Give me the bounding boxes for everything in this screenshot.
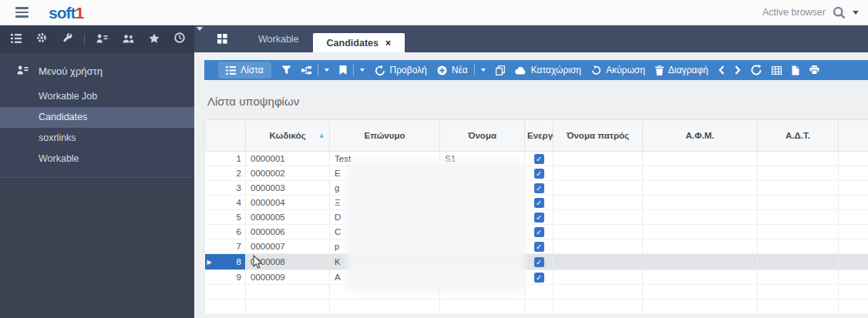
cell-adt[interactable] [758,270,839,285]
table-row[interactable]: 40000004Ξ✓ [205,196,868,210]
dropdown-caret-icon[interactable] [360,69,365,72]
table-row[interactable]: 70000007p✓ [205,239,868,254]
cell-adt[interactable] [758,239,839,254]
dropdown-caret-icon[interactable] [325,69,329,72]
cell-name[interactable]: S1 [440,152,525,166]
col-header-adt[interactable]: Α.Δ.Τ. [758,120,839,152]
settings-gear-icon[interactable] [36,32,47,46]
toolbar-view-button[interactable]: Προβολή [375,65,427,75]
close-tab-icon[interactable]: × [385,38,391,48]
cell-active[interactable]: ✓ [525,210,553,225]
toolbar-register-button[interactable]: Καταχώριση [515,65,581,75]
cell-father[interactable] [553,225,643,239]
cell-code[interactable]: 0000009 [246,270,330,285]
toolbar-list-button[interactable]: Λίστα [218,62,271,79]
row-number-cell[interactable]: 2 [205,166,246,181]
toolbar-delete-button[interactable]: Διαγραφή [655,65,708,75]
cell-adt[interactable] [758,181,839,196]
toolbar-hierarchy-button[interactable] [301,65,329,75]
cell-surname[interactable]: Test [330,152,440,166]
dropdown-caret-icon[interactable] [481,69,486,72]
row-number-cell[interactable]: ▶8 [205,254,246,269]
row-number-cell[interactable]: 4 [205,196,246,210]
table-row[interactable]: 50000005D✓ [205,210,868,225]
cell-active[interactable]: ✓ [525,270,553,285]
user-group-icon[interactable] [123,32,134,46]
col-header-afm[interactable]: Α.Φ.Μ. [643,120,758,152]
cell-code[interactable]: 0000002 [246,166,330,181]
toolbar-bookmark-button[interactable] [339,65,365,75]
active-checkbox[interactable]: ✓ [534,257,544,267]
cell-father[interactable] [553,270,643,285]
col-header-father[interactable]: Όνομα πατρός [553,120,643,152]
toolbar-new-button[interactable]: Νέα [437,65,486,75]
chevron-down-icon[interactable] [853,11,859,15]
toolbar-refresh-button[interactable] [751,65,762,75]
cell-active[interactable]: ✓ [525,181,553,196]
tabbar-caret-icon[interactable] [197,27,203,31]
toolbar-next-button[interactable] [735,65,741,75]
table-row[interactable]: 60000006C✓ [205,225,868,239]
user-menu-icon[interactable] [96,32,108,46]
sidebar-item-candidates[interactable]: Candidates [0,107,194,128]
tab-candidates[interactable]: Candidates × [313,33,405,52]
search-icon[interactable] [833,6,846,19]
cell-adt[interactable] [758,210,839,225]
table-row[interactable]: 20000002E✓ [205,166,868,181]
cell-afm[interactable] [643,270,758,285]
active-checkbox[interactable]: ✓ [534,273,544,283]
table-row[interactable]: ▶80000008K✓ [205,254,868,270]
wrench-icon[interactable] [62,32,72,46]
toolbar-filter-button[interactable] [281,65,291,75]
toolbar-print-button[interactable] [809,65,819,75]
cell-active[interactable]: ✓ [525,225,553,239]
cell-active[interactable]: ✓ [525,152,553,166]
clock-history-icon[interactable] [174,32,185,46]
tab-grid-icon[interactable] [217,25,227,52]
active-checkbox[interactable]: ✓ [534,169,544,179]
cell-active[interactable]: ✓ [525,166,553,181]
table-row[interactable]: 10000001TestS1✓ [205,152,868,166]
cell-adt[interactable] [758,254,839,270]
row-number-cell[interactable]: 1 [205,152,246,166]
cell-adt[interactable] [758,166,839,181]
sidebar-item-soxrlinks[interactable]: soxrlinks [0,128,194,149]
sidebar-item-workable-job[interactable]: Workable Job [0,86,194,107]
row-number-cell[interactable]: 7 [205,239,246,254]
cell-code[interactable]: 0000003 [246,181,330,196]
sidebar-item-workable[interactable]: Workable [0,149,194,169]
cell-father[interactable] [553,210,643,225]
cell-code[interactable]: 0000001 [246,152,330,166]
toolbar-cancel-button[interactable]: Ακύρωση [591,65,645,75]
cell-father[interactable] [553,181,643,196]
cell-afm[interactable] [643,166,758,181]
cell-code[interactable]: 0000004 [246,196,330,210]
cell-father[interactable] [553,254,643,270]
cell-afm[interactable] [643,210,758,225]
cell-code[interactable]: 0000006 [246,225,330,239]
col-header-active[interactable]: Ενεργός [525,120,553,152]
cell-afm[interactable] [643,196,758,210]
cell-code[interactable]: 0000005 [246,210,330,225]
col-header-code[interactable]: Κωδικός▲ [246,120,330,152]
active-checkbox[interactable]: ✓ [534,213,544,223]
col-header-name[interactable]: Όνομα [440,120,525,152]
cell-active[interactable]: ✓ [525,239,553,254]
cell-afm[interactable] [643,225,758,239]
table-row[interactable]: 90000009A✓ [205,270,868,285]
cell-afm[interactable] [643,152,758,166]
active-checkbox[interactable]: ✓ [534,242,544,252]
tab-workable[interactable]: Workable [244,25,313,52]
col-header-surname[interactable]: Επώνυμο [330,120,440,152]
toolbar-table-button[interactable] [772,66,782,75]
cell-active[interactable]: ✓ [525,196,553,210]
menu-list-icon[interactable] [11,32,22,46]
hamburger-menu-icon[interactable] [15,7,29,17]
cell-adt[interactable] [758,196,839,210]
active-checkbox[interactable]: ✓ [534,183,544,193]
toolbar-copy-button[interactable] [496,65,505,75]
row-number-cell[interactable]: 6 [205,225,246,239]
row-number-cell[interactable]: 5 [205,210,246,225]
active-checkbox[interactable]: ✓ [534,227,544,237]
cell-afm[interactable] [643,239,758,254]
